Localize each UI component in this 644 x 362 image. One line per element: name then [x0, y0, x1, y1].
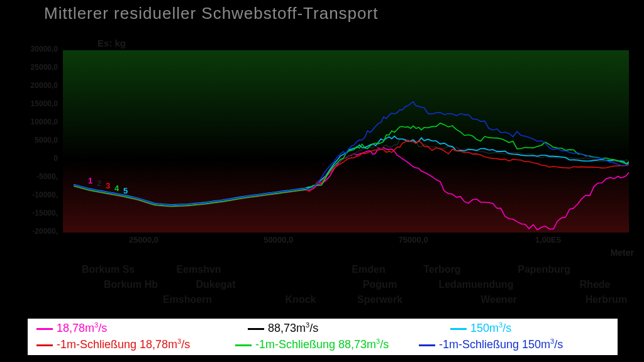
city-label: Borkum Ss — [82, 264, 135, 275]
plot-area — [63, 50, 629, 233]
legend-swatch — [36, 344, 53, 346]
city-label: Weener — [480, 294, 517, 305]
city-label: Knock — [286, 294, 316, 305]
city-label: Terborg — [423, 264, 460, 275]
x-tick: 75000,0 — [399, 235, 428, 244]
city-label: Emshoern — [163, 294, 212, 305]
legend-swatch — [36, 328, 53, 330]
y-tick: 5000,0 — [13, 136, 58, 145]
city-label: Emden — [352, 264, 385, 275]
city-label: Papenburg — [518, 264, 570, 275]
city-label: Rhede — [580, 279, 611, 290]
city-label: Herbrum — [586, 294, 628, 305]
y-tick: 30000,0 — [13, 45, 58, 53]
y-tick: -5000, — [13, 172, 58, 181]
y-unit-label: Es: kg — [97, 38, 126, 48]
legend-label: 150m3/s — [470, 322, 511, 334]
series-start-label: 1 — [88, 176, 92, 185]
y-tick: -20000, — [13, 227, 58, 236]
y-tick: 10000,0 — [13, 118, 58, 126]
legend-swatch — [419, 344, 435, 346]
series-start-label: 5 — [123, 186, 128, 195]
y-tick: 20000,0 — [13, 81, 58, 90]
line-chart-svg — [63, 50, 629, 233]
legend-entry: 88,73m3/s — [248, 321, 318, 335]
legend-label: 18,78m3/s — [57, 322, 107, 334]
legend-swatch — [450, 328, 467, 330]
series-start-label: 4 — [114, 184, 119, 193]
city-label: Ledamuendung — [438, 279, 513, 290]
chart-title: Mittlerer residueller Schwebstoff-Transp… — [44, 4, 378, 23]
y-tick: -10000, — [13, 190, 58, 199]
legend-entry: -1m-Schließung 88,73m3/s — [235, 337, 389, 351]
y-tick: 15000,0 — [13, 99, 58, 108]
city-label: Borkum Hb — [104, 279, 158, 290]
city-label: Sperwerk — [357, 294, 402, 305]
city-label: Dukegat — [196, 279, 235, 290]
series-start-label: 2 — [97, 178, 101, 188]
legend-label: -1m-Schließung 88,73m3/s — [255, 338, 389, 351]
legend-entry: -1m-Schließung 150m3/s — [419, 337, 563, 351]
legend-entry: 150m3/s — [450, 321, 511, 335]
legend-label: 88,73m3/s — [268, 322, 318, 334]
legend-label: -1m-Schließung 150m3/s — [439, 338, 563, 351]
x-axis-label: Meter — [611, 248, 634, 258]
y-tick: -15000, — [13, 209, 58, 217]
x-tick: 25000,0 — [129, 235, 158, 244]
legend-label: -1m-Schließung 18,78m3/s — [57, 338, 190, 351]
legend-entry: -1m-Schließung 18,78m3/s — [36, 337, 190, 351]
svg-rect-1 — [63, 160, 629, 233]
series-start-label: 3 — [106, 181, 110, 190]
y-tick: 0 — [13, 154, 58, 163]
legend-swatch — [248, 328, 264, 330]
legend: 18,78m3/s88,73m3/s150m3/s-1m-Schließung … — [27, 318, 618, 356]
legend-swatch — [235, 344, 252, 346]
y-tick: 25000,0 — [13, 63, 58, 72]
city-label: Eemshvn — [176, 264, 221, 275]
x-tick: 1,00E5 — [535, 235, 561, 244]
city-label: Pogum — [363, 279, 397, 290]
legend-entry: 18,78m3/s — [36, 321, 107, 335]
x-tick: 50000,0 — [264, 235, 293, 244]
